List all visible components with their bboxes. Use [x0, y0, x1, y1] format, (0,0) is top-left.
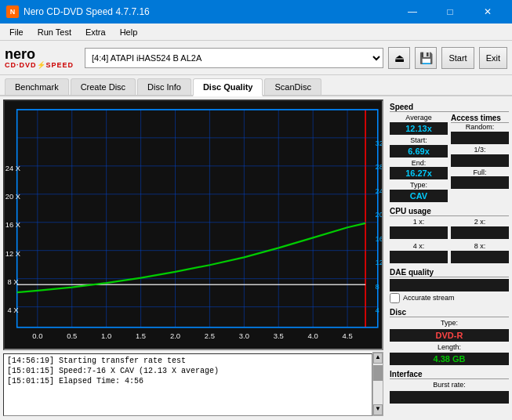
- svg-text:2.5: 2.5: [205, 331, 215, 340]
- end-value: 16.27x: [390, 167, 448, 179]
- speed-col: Average 12.13x Start: 6.69x End: 16.27x …: [390, 114, 448, 202]
- burst-rate-value: [390, 391, 509, 404]
- burst-rate-label: Burst rate:: [390, 381, 509, 389]
- right-panel: Speed Average 12.13x Start: 6.69x End: 1…: [387, 96, 512, 419]
- tab-benchmark[interactable]: Benchmark: [5, 78, 69, 95]
- svg-text:32: 32: [376, 138, 382, 147]
- minimize-button[interactable]: —: [394, 0, 430, 24]
- svg-text:16 X: 16 X: [5, 220, 21, 229]
- cpu-row2: 4 x: 8 x:: [390, 242, 509, 263]
- cpu4x-value: [390, 251, 448, 263]
- window-title: Nero CD-DVD Speed 4.7.7.16: [24, 6, 150, 17]
- svg-text:2.0: 2.0: [170, 331, 180, 340]
- speed-section-header: Speed: [390, 103, 509, 112]
- cpu1x-label: 1 x:: [390, 218, 448, 226]
- log-scrollbar[interactable]: ▲ ▼: [372, 352, 383, 416]
- cpu4x-label: 4 x:: [390, 242, 448, 251]
- log-entry-1: [15:01:15] Speed:7-16 X CAV (12.13 X ave…: [7, 366, 369, 376]
- svg-text:1.5: 1.5: [136, 331, 146, 340]
- type-label: Type:: [390, 181, 448, 190]
- svg-text:12 X: 12 X: [5, 249, 21, 258]
- menu-bar: File Run Test Extra Help: [0, 24, 512, 41]
- start-label: Start:: [390, 136, 448, 145]
- tab-disc-info[interactable]: Disc Info: [137, 78, 191, 95]
- full-value: [451, 176, 509, 189]
- cpu-section-header: CPU usage: [390, 207, 509, 216]
- svg-text:24: 24: [376, 186, 382, 194]
- svg-text:20 X: 20 X: [5, 192, 21, 201]
- title-bar: N Nero CD-DVD Speed 4.7.7.16 — □ ✕: [0, 0, 512, 24]
- disc-type-value: DVD-R: [390, 329, 509, 342]
- svg-text:4: 4: [376, 306, 380, 314]
- svg-text:4 X: 4 X: [7, 306, 19, 314]
- accurate-stream-row: Accurate stream: [390, 293, 509, 303]
- menu-run-test[interactable]: Run Test: [31, 26, 78, 38]
- svg-text:8: 8: [376, 282, 379, 291]
- log-entry-0: [14:56:19] Starting transfer rate test: [7, 356, 369, 366]
- svg-rect-0: [5, 101, 382, 349]
- disc-length-value: 4.38 GB: [390, 353, 509, 365]
- drive-select[interactable]: [4:4] ATAPI iHAS524 B AL2A: [85, 48, 383, 68]
- access-times-header: Access times: [451, 114, 509, 123]
- one-third-value: [451, 154, 509, 167]
- cpu-2x-col: 2 x:: [451, 218, 509, 239]
- menu-extra[interactable]: Extra: [79, 26, 112, 38]
- tab-create-disc[interactable]: Create Disc: [71, 78, 136, 95]
- cpu8x-label: 8 x:: [451, 242, 509, 251]
- svg-text:1.0: 1.0: [101, 331, 111, 340]
- random-value: [451, 132, 509, 144]
- dae-section-header: DAE quality: [390, 268, 509, 277]
- chart-svg: 4 X 8 X 12 X 16 X 20 X 24 X 4 8 12 16 20…: [5, 101, 382, 349]
- exit-button[interactable]: Exit: [479, 47, 507, 69]
- log-entry-2: [15:01:15] Elapsed Time: 4:56: [7, 376, 369, 386]
- menu-file[interactable]: File: [3, 26, 30, 38]
- logo-nero: nero: [5, 47, 35, 61]
- tab-disc-quality[interactable]: Disc Quality: [193, 78, 263, 96]
- log-wrapper: [14:56:19] Starting transfer rate test […: [3, 352, 383, 416]
- tabs: Benchmark Create Disc Disc Info Disc Qua…: [0, 75, 512, 96]
- disc-type-label: Type:: [390, 319, 509, 328]
- chart-container: 4 X 8 X 12 X 16 X 20 X 24 X 4 8 12 16 20…: [0, 96, 387, 419]
- main-content: 4 X 8 X 12 X 16 X 20 X 24 X 4 8 12 16 20…: [0, 96, 512, 419]
- log-area: [14:56:19] Starting transfer rate test […: [3, 353, 372, 416]
- start-value: 6.69x: [390, 145, 448, 158]
- svg-text:0.0: 0.0: [32, 331, 42, 340]
- save-button[interactable]: 💾: [415, 47, 437, 69]
- cpu-row: 1 x: 2 x:: [390, 218, 509, 239]
- one-third-label: 1/3:: [451, 146, 509, 154]
- scroll-thumb[interactable]: [373, 365, 383, 381]
- title-bar-controls: — □ ✕: [394, 0, 506, 24]
- disc-length-label: Length:: [390, 343, 509, 352]
- toolbar: nero CD·DVD⚡SPEED [4:4] ATAPI iHAS524 B …: [0, 41, 512, 75]
- random-label: Random:: [451, 123, 509, 132]
- cpu2x-label: 2 x:: [451, 218, 509, 226]
- end-label: End:: [390, 159, 448, 168]
- menu-help[interactable]: Help: [114, 26, 144, 38]
- average-label: Average: [390, 114, 448, 122]
- svg-text:16: 16: [376, 234, 382, 243]
- svg-text:0.5: 0.5: [67, 331, 77, 340]
- disc-section-header: Disc: [390, 308, 509, 317]
- cpu-8x-col: 8 x:: [451, 242, 509, 263]
- svg-text:3.5: 3.5: [274, 331, 284, 340]
- cpu1x-value: [390, 226, 448, 239]
- cpu2x-value: [451, 226, 509, 239]
- eject-button[interactable]: ⏏: [388, 47, 410, 69]
- title-bar-left: N Nero CD-DVD Speed 4.7.7.16: [6, 5, 150, 18]
- chart-area: 4 X 8 X 12 X 16 X 20 X 24 X 4 8 12 16 20…: [3, 100, 383, 350]
- cpu8x-value: [451, 251, 509, 263]
- start-button[interactable]: Start: [441, 47, 474, 69]
- average-value: 12.13x: [390, 122, 448, 135]
- svg-text:28: 28: [376, 162, 382, 171]
- interface-section-header: Interface: [390, 370, 509, 379]
- close-button[interactable]: ✕: [470, 0, 506, 24]
- dae-bar: [390, 279, 509, 291]
- cpu-4x-col: 4 x:: [390, 242, 448, 263]
- app-icon: N: [6, 5, 19, 18]
- tab-scan-disc[interactable]: ScanDisc: [264, 78, 321, 95]
- svg-text:4.5: 4.5: [343, 331, 353, 340]
- speed-access-row: Average 12.13x Start: 6.69x End: 16.27x …: [390, 114, 509, 202]
- accurate-stream-checkbox[interactable]: [390, 293, 400, 303]
- maximize-button[interactable]: □: [432, 0, 468, 24]
- logo: nero CD·DVD⚡SPEED: [5, 47, 74, 69]
